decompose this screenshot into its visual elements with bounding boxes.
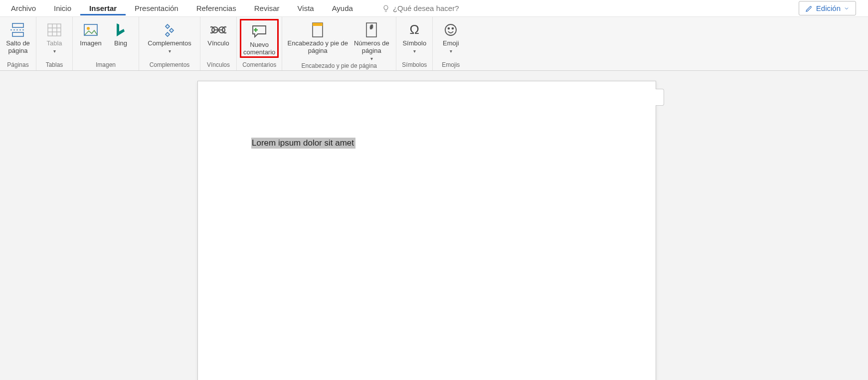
group-simbolos: Ω Símbolo ▾ Símbolos xyxy=(396,17,433,70)
svg-rect-15 xyxy=(313,23,323,26)
page-numbers-label: Números de página xyxy=(354,40,389,55)
svg-point-9 xyxy=(87,27,90,30)
image-icon xyxy=(83,21,99,39)
page-break-label: Salto de página xyxy=(6,40,30,55)
group-emojis: Emoji ▾ Emojis xyxy=(433,17,469,70)
tab-inicio[interactable]: Inicio xyxy=(45,1,80,15)
table-label: Tabla xyxy=(46,40,62,47)
group-complementos: Complementos ▾ Complementos xyxy=(139,17,200,70)
symbol-button[interactable]: Ω Símbolo ▾ xyxy=(399,19,429,54)
group-comentarios-label: Comentarios xyxy=(242,60,276,69)
table-icon xyxy=(47,21,62,39)
header-footer-label: Encabezado y pie de página xyxy=(288,40,348,55)
chevron-down-icon: ▾ xyxy=(413,48,416,54)
tab-insertar[interactable]: Insertar xyxy=(80,1,126,15)
tab-revisar[interactable]: Revisar xyxy=(245,1,289,15)
svg-point-20 xyxy=(452,28,454,29)
group-paginas: Salto de página Páginas xyxy=(0,17,36,70)
image-label: Imagen xyxy=(80,40,101,47)
group-encabezado: Encabezado y pie de página # Números de … xyxy=(282,17,396,70)
selected-text[interactable]: Lorem ipsum dolor sit amet xyxy=(251,138,355,149)
emoji-button[interactable]: Emoji ▾ xyxy=(436,19,466,54)
group-encabezado-label: Encabezado y pie de página xyxy=(302,61,377,70)
emoji-label: Emoji xyxy=(443,40,459,47)
group-vinculos-label: Vínculos xyxy=(207,60,230,69)
page-number-icon: # xyxy=(364,21,378,39)
pencil-icon xyxy=(805,4,813,12)
group-tablas-label: Tablas xyxy=(46,60,63,69)
group-complementos-label: Complementos xyxy=(150,60,190,69)
link-button[interactable]: Vínculo xyxy=(203,19,233,47)
header-footer-button[interactable]: Encabezado y pie de página xyxy=(285,19,350,55)
group-comentarios: Nuevo comentario Comentarios xyxy=(237,17,282,70)
bing-label: Bing xyxy=(114,40,127,47)
link-label: Vínculo xyxy=(207,40,229,47)
svg-rect-1 xyxy=(12,32,23,36)
symbol-label: Símbolo xyxy=(402,40,426,47)
new-comment-button[interactable]: Nuevo comentario xyxy=(240,19,279,58)
chevron-down-icon: ▾ xyxy=(370,56,373,62)
lightbulb-icon xyxy=(382,4,390,12)
page-break-button[interactable]: Salto de página xyxy=(3,19,33,55)
svg-point-18 xyxy=(445,24,456,35)
tab-vista[interactable]: Vista xyxy=(289,1,323,15)
new-comment-label: Nuevo comentario xyxy=(243,41,275,56)
comment-icon xyxy=(251,22,268,40)
emoji-icon xyxy=(444,21,458,39)
tab-archivo[interactable]: Archivo xyxy=(2,1,45,15)
addins-button[interactable]: Complementos ▾ xyxy=(142,19,197,54)
image-button[interactable]: Imagen xyxy=(76,19,106,47)
group-vinculos: Vínculo Vínculos xyxy=(200,17,237,70)
tab-ayuda[interactable]: Ayuda xyxy=(323,1,362,15)
group-paginas-label: Páginas xyxy=(7,60,28,69)
document-canvas[interactable]: Lorem ipsum dolor sit amet xyxy=(0,71,868,380)
chevron-down-icon: ▾ xyxy=(169,48,171,54)
chevron-down-icon xyxy=(844,5,850,11)
omega-icon: Ω xyxy=(410,21,419,39)
link-icon xyxy=(210,21,226,39)
table-button[interactable]: Tabla ▾ xyxy=(39,19,69,54)
bing-icon xyxy=(114,21,127,39)
editing-mode-label: Edición xyxy=(816,4,841,12)
group-imagen: Imagen Bing Imagen xyxy=(73,17,139,70)
svg-rect-0 xyxy=(12,23,23,27)
addins-icon xyxy=(162,21,177,39)
svg-text:#: # xyxy=(370,24,373,30)
group-emojis-label: Emojis xyxy=(442,60,460,69)
tab-referencias[interactable]: Referencias xyxy=(187,1,245,15)
side-panel-toggle[interactable] xyxy=(656,89,664,106)
tab-presentacion[interactable]: Presentación xyxy=(126,1,187,15)
group-tablas: Tabla ▾ Tablas xyxy=(36,17,73,70)
tell-me-input[interactable] xyxy=(393,4,493,12)
group-imagen-label: Imagen xyxy=(96,60,116,69)
svg-rect-3 xyxy=(48,24,61,36)
menu-tabs: Archivo Inicio Insertar Presentación Ref… xyxy=(0,0,868,17)
addins-label: Complementos xyxy=(148,40,191,47)
page-numbers-button[interactable]: # Números de página ▾ xyxy=(350,19,393,61)
header-footer-icon xyxy=(311,21,325,39)
chevron-down-icon: ▾ xyxy=(450,48,452,54)
svg-point-19 xyxy=(448,28,450,29)
bing-button[interactable]: Bing xyxy=(106,19,136,47)
chevron-down-icon: ▾ xyxy=(53,48,56,54)
group-simbolos-label: Símbolos xyxy=(402,60,427,69)
tell-me-search[interactable] xyxy=(382,4,493,12)
document-page[interactable]: Lorem ipsum dolor sit amet xyxy=(197,81,656,380)
editing-mode-button[interactable]: Edición xyxy=(799,1,856,15)
page-break-icon xyxy=(9,21,26,39)
ribbon: Salto de página Páginas Tabla ▾ Tablas xyxy=(0,17,868,71)
